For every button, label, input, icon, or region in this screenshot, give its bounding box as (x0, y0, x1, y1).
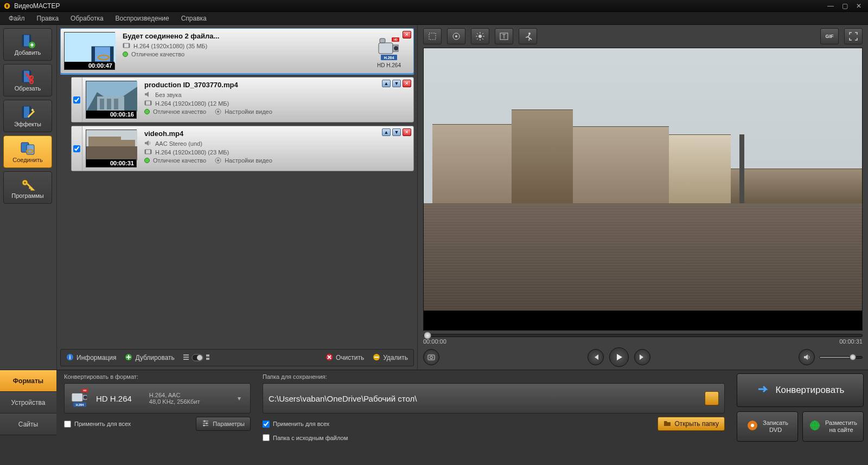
export-gif-button[interactable]: GIF (820, 28, 839, 44)
seek-bar-row (418, 331, 868, 338)
menu-playback[interactable]: Воспроизведение (110, 13, 175, 24)
video-codec-label: H.264 (1920x1080) (23 МБ) (155, 149, 229, 156)
svg-rect-22 (110, 47, 113, 62)
source-folder-checkbox[interactable] (263, 434, 270, 441)
gear-icon (215, 108, 221, 115)
view-toggle[interactable] (183, 353, 210, 362)
sidebar-join-label: Соединить (12, 157, 43, 163)
video-settings-link[interactable]: Настройки видео (225, 157, 272, 164)
tab-formats[interactable]: Форматы (0, 370, 56, 392)
svg-rect-38 (100, 99, 104, 109)
minus-icon (373, 353, 380, 363)
file-checkbox[interactable] (73, 96, 80, 104)
thumbnail[interactable]: 00:00:31 (86, 130, 137, 167)
player-controls (418, 345, 868, 370)
sidebar-join[interactable]: Соединить (3, 135, 52, 168)
video-codec-label: H.264 (1920x1080) (12 МБ) (155, 100, 229, 107)
speed-tool-button[interactable] (519, 28, 537, 44)
menu-processing[interactable]: Обработка (65, 13, 109, 24)
quality-label: Отличное качество (131, 51, 184, 57)
sidebar-programs[interactable]: Программы (3, 171, 52, 204)
film-link-icon (20, 140, 35, 156)
info-icon: i (66, 353, 74, 363)
file-card[interactable]: 00:00:31 videoh.mp4 AAC Stereo (und) H.2… (71, 126, 414, 171)
chevron-down-icon: ▾ (234, 395, 245, 402)
title-bar: ВидеоМАСТЕР — ▢ ✕ (0, 0, 868, 12)
info-button[interactable]: iИнформация (66, 353, 116, 363)
tab-devices[interactable]: Устройства (0, 392, 56, 414)
browse-folder-button[interactable] (705, 391, 719, 405)
menu-edit[interactable]: Правка (31, 13, 65, 24)
burn-dvd-button[interactable]: ЗаписатьDVD (737, 411, 798, 442)
apply-all-checkbox-2[interactable] (263, 421, 270, 428)
sidebar-add[interactable]: Добавить (3, 28, 52, 61)
next-button[interactable] (634, 349, 650, 365)
remove-file-button[interactable]: ✕ (403, 31, 411, 38)
move-down-button[interactable]: ▼ (392, 80, 401, 87)
lens-tool-button[interactable] (447, 28, 465, 44)
tab-sites[interactable]: Сайты (0, 414, 56, 435)
file-list-toolbar: iИнформация Дублировать Очистить Удалить (60, 349, 414, 366)
svg-rect-59 (183, 357, 189, 358)
seek-knob[interactable] (424, 332, 431, 339)
file-card[interactable]: 00:00:16 production ID_3703770.mp4 Без з… (71, 77, 414, 122)
svg-rect-42 (145, 101, 146, 105)
fullscreen-button[interactable] (844, 28, 863, 44)
film-plus-icon (20, 33, 35, 48)
crop-tool-button[interactable] (423, 28, 442, 44)
svg-point-62 (197, 355, 202, 360)
save-path-box: C:\Users\vaban\OneDrive\Рабочий стол\ (263, 383, 725, 414)
svg-point-29 (394, 46, 398, 50)
view-toggle-icon (183, 353, 210, 362)
svg-rect-48 (88, 137, 121, 146)
move-down-button[interactable]: ▼ (392, 128, 401, 136)
file-info: Будет соединено 2 файла... H.264 (1920x1… (118, 29, 365, 73)
duration-label: 00:00:16 (86, 111, 136, 118)
delete-button[interactable]: Удалить (373, 353, 408, 363)
thumbnail[interactable]: 00:00:47 (64, 32, 115, 70)
remove-file-button[interactable]: ✕ (403, 80, 411, 87)
move-up-button[interactable]: ▲ (382, 128, 391, 136)
sidebar-crop[interactable]: Обрезать (3, 64, 52, 96)
thumbnail[interactable]: 00:00:16 (86, 81, 137, 119)
play-button[interactable] (609, 347, 629, 367)
close-window-button[interactable]: ✕ (853, 2, 865, 10)
open-folder-button[interactable]: Открыть папку (658, 417, 725, 431)
sidebar-effects[interactable]: Эффекты (3, 100, 52, 132)
svg-point-74 (528, 33, 531, 35)
menu-file[interactable]: Файл (3, 13, 30, 24)
globe-icon (809, 419, 821, 433)
format-selector[interactable]: HDH.264 HD H.264 H.264, AAC 48,0 KHz, 25… (64, 383, 251, 414)
sidebar-crop-label: Обрезать (15, 85, 41, 92)
brightness-tool-button[interactable] (471, 28, 489, 44)
move-up-button[interactable]: ▲ (382, 80, 391, 87)
remove-file-button[interactable]: ✕ (403, 128, 411, 136)
menu-help[interactable]: Справка (176, 13, 212, 24)
publish-button[interactable]: Разместитьна сайте (802, 411, 864, 442)
clear-button[interactable]: Очистить (326, 353, 364, 363)
volume-knob[interactable] (850, 354, 856, 360)
video-icon (123, 42, 130, 50)
file-right-col: ▲ ▼ ✕ (365, 78, 413, 122)
duplicate-button[interactable]: Дублировать (125, 353, 174, 363)
snapshot-button[interactable] (423, 349, 439, 365)
minimize-button[interactable]: — (825, 2, 837, 10)
maximize-button[interactable]: ▢ (839, 2, 851, 10)
text-tool-button[interactable]: T (495, 28, 513, 44)
quality-dot-icon (144, 109, 150, 114)
video-settings-link[interactable]: Настройки видео (225, 108, 272, 115)
convert-button[interactable]: Конвертировать (737, 373, 864, 407)
file-card-merged[interactable]: 00:00:47 Будет соединено 2 файла... H.26… (60, 28, 414, 74)
parameters-button[interactable]: Параметры (196, 417, 251, 431)
disc-icon (746, 419, 758, 433)
key-icon (20, 176, 35, 191)
gear-icon (215, 157, 221, 164)
source-folder-label: Папка с исходным файлом (273, 435, 348, 441)
seek-bar[interactable] (423, 334, 863, 337)
file-checkbox[interactable] (73, 145, 80, 152)
apply-all-checkbox[interactable] (64, 421, 71, 428)
mute-button[interactable] (799, 349, 815, 365)
video-preview[interactable] (423, 48, 863, 331)
volume-slider[interactable] (819, 356, 863, 359)
prev-button[interactable] (588, 349, 604, 365)
